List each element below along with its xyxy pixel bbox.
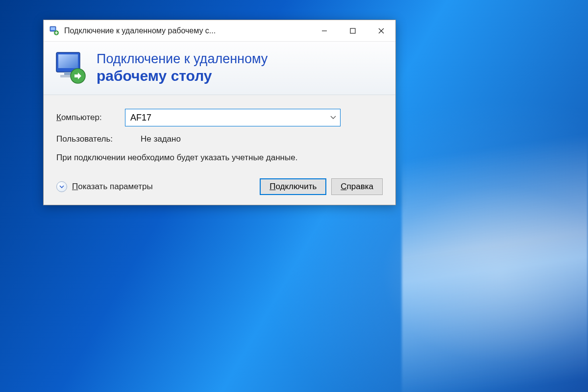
chevron-down-icon[interactable] <box>326 109 340 126</box>
svg-rect-4 <box>350 28 355 33</box>
dialog-banner: Подключение к удаленному рабочему столу <box>44 42 395 95</box>
banner-line1: Подключение к удаленному <box>97 51 268 68</box>
dialog-body: Компьютер: Пользователь: Не задано При п… <box>44 95 395 205</box>
rdp-dialog: Подключение к удаленному рабочему с... <box>43 20 396 205</box>
expand-chevron-icon[interactable] <box>56 181 67 192</box>
banner-text: Подключение к удаленному рабочему столу <box>97 51 268 84</box>
desktop-light-beam <box>402 134 588 392</box>
computer-row: Компьютер: <box>56 109 383 126</box>
credentials-info-text: При подключении необходимо будет указать… <box>56 152 383 164</box>
user-value: Не задано <box>141 134 181 144</box>
svg-rect-1 <box>51 27 55 30</box>
minimize-button[interactable] <box>310 20 339 42</box>
user-label: Пользователь: <box>56 134 125 144</box>
window-controls <box>310 20 395 42</box>
dialog-footer: Показать параметры Подключить Справка <box>56 178 383 195</box>
show-options-link[interactable]: Показать параметры <box>72 182 153 192</box>
computer-label: Компьютер: <box>56 113 125 122</box>
banner-line2: рабочему столу <box>97 68 268 84</box>
computer-input[interactable] <box>125 109 326 126</box>
help-button[interactable]: Справка <box>331 178 383 195</box>
connect-button[interactable]: Подключить <box>260 178 326 195</box>
close-button[interactable] <box>367 20 395 42</box>
computer-combobox[interactable] <box>125 109 341 126</box>
user-row: Пользователь: Не задано <box>56 134 383 144</box>
svg-rect-9 <box>58 54 78 68</box>
rdp-banner-icon <box>53 50 88 85</box>
titlebar[interactable]: Подключение к удаленному рабочему с... <box>44 20 395 42</box>
maximize-button[interactable] <box>339 20 367 42</box>
rdp-app-icon <box>49 26 59 36</box>
titlebar-text: Подключение к удаленному рабочему с... <box>64 26 310 35</box>
